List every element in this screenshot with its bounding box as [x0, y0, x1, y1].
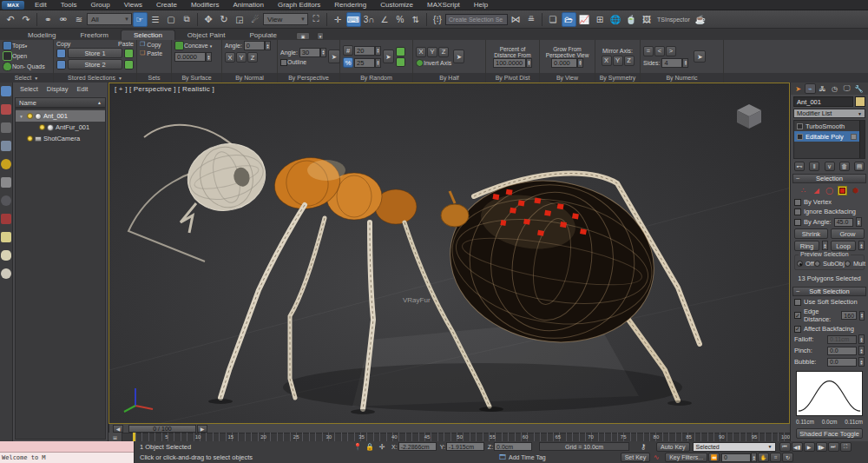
paste-icon[interactable]: [124, 49, 134, 58]
select-and-manipulate-icon[interactable]: ✛: [331, 12, 345, 27]
axis-button[interactable]: Y: [613, 56, 623, 66]
tsinspector-label[interactable]: TSInspector: [657, 17, 690, 23]
grow-button[interactable]: Grow: [831, 228, 865, 239]
layout-tab-icon[interactable]: [1, 86, 11, 96]
bubble-field[interactable]: 0.0: [827, 358, 857, 367]
make-unique-icon[interactable]: ∨: [825, 162, 835, 171]
wireframe-color-swatch[interactable]: [855, 96, 865, 107]
ring-spinner[interactable]: [822, 241, 828, 250]
by-numeric-pick-button[interactable]: ➤: [694, 50, 706, 63]
ring-button[interactable]: Ring: [794, 241, 819, 251]
perspective-angle-field[interactable]: 30: [299, 48, 320, 57]
group-label-by-view[interactable]: By View: [540, 73, 595, 83]
time-slider-handle[interactable]: 0 / 100: [128, 425, 196, 433]
axis-button[interactable]: X: [225, 52, 235, 63]
show-end-result-icon[interactable]: ‖: [809, 162, 819, 171]
set-key-button[interactable]: Set Key: [621, 453, 651, 462]
viewcube[interactable]: [733, 103, 765, 130]
select-by-name-icon[interactable]: ☰: [148, 12, 163, 27]
shrink-button[interactable]: Shrink: [794, 228, 828, 239]
selection-rollout-header[interactable]: Selection: [792, 174, 866, 183]
viewport-label[interactable]: [ + ] [ Perspective ] [ Realistic ]: [115, 85, 214, 93]
polygon-mode-icon[interactable]: [838, 186, 847, 195]
audio-icon[interactable]: [1, 177, 11, 188]
visibility-bulb-icon[interactable]: [27, 136, 33, 142]
preview-off-radio[interactable]: Off: [797, 260, 814, 268]
use-pivot-point-icon[interactable]: ⛶: [309, 12, 324, 27]
copy-hand-icon[interactable]: [56, 60, 66, 69]
spinner[interactable]: [859, 311, 865, 321]
by-vertex-checkbox[interactable]: By Vertex: [794, 198, 865, 206]
axis-button[interactable]: Y: [427, 47, 437, 57]
random-grow-icon[interactable]: [396, 47, 405, 56]
menu-item[interactable]: Modifiers: [184, 1, 226, 9]
group-label-stored[interactable]: Stored Selections▼: [54, 73, 136, 83]
spinner[interactable]: [375, 58, 381, 68]
spinner[interactable]: [856, 217, 862, 227]
by-perspective-pick-button[interactable]: ➤: [328, 50, 340, 63]
modifier-enable-bulb-icon[interactable]: [797, 123, 803, 129]
ignore-backfacing-checkbox[interactable]: Ignore Backfacing: [794, 208, 865, 215]
absolute-offset-mode-icon[interactable]: ✢: [377, 442, 387, 452]
open-mini-curve-editor-icon[interactable]: ⊞: [108, 433, 122, 441]
display-tab-icon[interactable]: 🖵: [841, 83, 852, 94]
layout-tab-icon[interactable]: [1, 122, 11, 133]
angle-snap-icon[interactable]: ∠: [378, 12, 392, 27]
normal-angle-field[interactable]: 0: [244, 41, 265, 50]
spinner[interactable]: [682, 58, 688, 68]
auto-key-button[interactable]: Auto Key: [656, 442, 689, 452]
random-percent-mode-button[interactable]: %: [343, 57, 353, 68]
axis-button[interactable]: X: [416, 47, 426, 57]
visibility-bulb-icon[interactable]: [39, 124, 45, 130]
group-label-by-perspective[interactable]: By Perspective: [278, 73, 339, 83]
hierarchy-tab-icon[interactable]: 🖧: [817, 83, 828, 94]
scene-node[interactable]: ▼ Ant_001: [16, 110, 105, 122]
store2-button[interactable]: Store 2: [68, 59, 122, 69]
pivot-percent-field[interactable]: 100.0000: [493, 58, 526, 68]
render-production-teapot-icon[interactable]: ☕: [693, 12, 707, 27]
axis-button[interactable]: Z: [247, 52, 258, 63]
expander-icon[interactable]: ▼: [19, 114, 25, 119]
prev-frame-arrow[interactable]: ◀: [113, 425, 123, 433]
rendered-frame-icon[interactable]: 🖼: [640, 12, 654, 27]
scene-node[interactable]: ▼ ShotCamera: [16, 133, 105, 144]
layout-tab-icon[interactable]: [1, 141, 11, 151]
select-tops-button[interactable]: Tops▾: [3, 41, 27, 50]
swatch-sphere-icon[interactable]: [1, 268, 11, 279]
named-selection-input[interactable]: Create Selection Se: [445, 14, 508, 25]
axis-button[interactable]: Z: [438, 47, 449, 57]
menu-item[interactable]: Animation: [226, 1, 271, 9]
loop-button[interactable]: Loop: [831, 241, 856, 251]
track-bar[interactable]: ⊞ 51015202530354045505560657075808590951…: [108, 433, 790, 441]
align-icon[interactable]: ≞: [524, 12, 539, 27]
previous-key-icon[interactable]: ◀▮: [792, 442, 803, 452]
group-label-by-random[interactable]: By Random: [340, 73, 412, 83]
shaded-face-toggle-button[interactable]: Shaded Face Toggle: [796, 428, 863, 439]
reference-coordinate-dropdown[interactable]: View▼: [263, 13, 308, 25]
spinner[interactable]: [858, 334, 865, 344]
menu-item[interactable]: Group: [83, 1, 116, 9]
explorer-menu-item[interactable]: Display: [43, 85, 72, 93]
light-icon[interactable]: [1, 159, 11, 169]
menu-item[interactable]: Customize: [373, 1, 420, 9]
random-count-mode-button[interactable]: #: [343, 45, 353, 56]
layer-manager-icon[interactable]: ❏: [546, 12, 561, 27]
axis-button[interactable]: X: [602, 56, 612, 66]
random-count-field[interactable]: 20: [354, 46, 375, 56]
select-and-move-icon[interactable]: ✥: [201, 12, 216, 27]
preview-subobj-radio[interactable]: SubObj: [814, 260, 845, 268]
pin-stack-icon[interactable]: ⊷: [794, 162, 805, 171]
spinner[interactable]: [265, 41, 271, 50]
moon-icon[interactable]: [1, 195, 11, 206]
by-half-pick-button[interactable]: ➤: [453, 50, 464, 63]
pinch-field[interactable]: 0.0: [827, 347, 857, 355]
select-open-button[interactable]: Open: [3, 51, 27, 61]
next-key-icon[interactable]: ▮▶: [816, 442, 827, 452]
sets-copy-button[interactable]: ❐Copy: [140, 41, 161, 48]
scene-explorer-toggle-icon[interactable]: 🗁: [562, 12, 576, 27]
spinner-snap-icon[interactable]: ⇅: [409, 12, 424, 27]
modify-tab-icon[interactable]: ⌁: [805, 83, 816, 94]
random-shrink-icon[interactable]: [396, 57, 405, 67]
x-coordinate-field[interactable]: -2.2866cm: [398, 442, 437, 451]
menu-item[interactable]: MAXScript: [420, 1, 467, 9]
